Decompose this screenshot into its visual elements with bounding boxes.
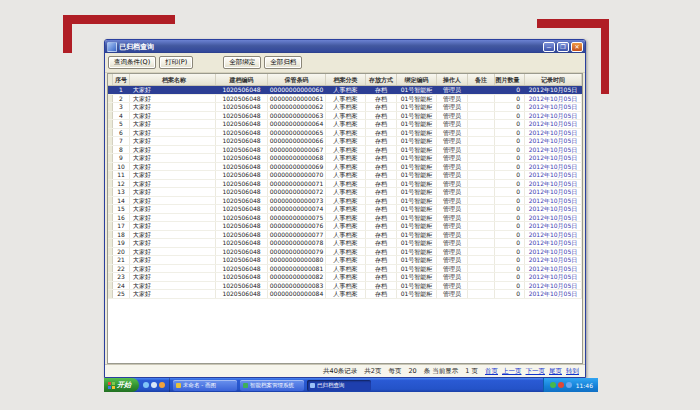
table-row[interactable]: 20大家好102050604800000000000079人事档案存档01号智能… (108, 248, 582, 257)
table-cell: 00000000000070 (268, 171, 326, 179)
table-cell: 大家好 (130, 112, 216, 120)
column-header[interactable]: 操作人 (437, 74, 468, 85)
table-row[interactable]: 17大家好102050604800000000000076人事档案存档01号智能… (108, 222, 582, 231)
table-cell: 人事档案 (326, 120, 366, 128)
table-row[interactable]: 22大家好102050604800000000000081人事档案存档01号智能… (108, 265, 582, 274)
pagination-link[interactable]: 首页 (485, 367, 498, 376)
table-cell: 2012年10月05日 (525, 231, 582, 239)
show-desktop-icon[interactable] (151, 382, 157, 388)
table-cell: 00000000000079 (268, 248, 326, 256)
column-header[interactable]: 档案分类 (326, 74, 366, 85)
table-cell: 存档 (366, 231, 397, 239)
table-row[interactable]: 24大家好102050604800000000000083人事档案存档01号智能… (108, 282, 582, 291)
table-cell: 1020506048 (216, 290, 268, 298)
table-cell: 01号智能柜 (397, 112, 437, 120)
table-row[interactable]: 10大家好102050604800000000000069人事档案存档01号智能… (108, 163, 582, 172)
message-alert-icon[interactable] (558, 382, 564, 388)
table-row[interactable]: 16大家好102050604800000000000075人事档案存档01号智能… (108, 214, 582, 223)
table-cell: 存档 (366, 137, 397, 145)
column-header[interactable]: 档案名称 (130, 74, 216, 85)
column-header[interactable]: 建档编码 (216, 74, 268, 85)
column-header[interactable]: 保管条码 (268, 74, 326, 85)
table-cell: 管理员 (437, 222, 468, 230)
pagination-link[interactable]: 转到 (566, 367, 579, 376)
table-row[interactable]: 8大家好102050604800000000000067人事档案存档01号智能柜… (108, 146, 582, 155)
toolbar-button[interactable]: 全部归档 (264, 56, 302, 69)
table-cell: 大家好 (130, 239, 216, 247)
toolbar-button[interactable]: 全部绑定 (223, 56, 261, 69)
minimize-button[interactable]: ─ (543, 42, 555, 52)
table-cell (468, 248, 495, 256)
column-header[interactable]: 存放方式 (366, 74, 397, 85)
table-cell (468, 146, 495, 154)
table-cell: 大家好 (130, 86, 216, 94)
table-cell: 1020506048 (216, 205, 268, 213)
table-cell: 管理员 (437, 239, 468, 247)
table-cell: 大家好 (130, 154, 216, 162)
taskbar-task-button[interactable]: 智能档案管理系统 (240, 380, 304, 391)
toolbar-button[interactable]: 打印(P) (159, 56, 193, 69)
clock[interactable]: 11:46 (576, 382, 593, 389)
table-cell: 0 (495, 137, 525, 145)
table-row[interactable]: 2大家好102050604800000000000061人事档案存档01号智能柜… (108, 95, 582, 104)
taskbar-task-button[interactable]: 未命名 - 画图 (173, 380, 237, 391)
table-cell: 00000000000073 (268, 197, 326, 205)
per-page-value[interactable]: 20 (408, 367, 416, 375)
network-status-icon[interactable] (566, 382, 572, 388)
table-row[interactable]: 6大家好102050604800000000000065人事档案存档01号智能柜… (108, 129, 582, 138)
table-cell: 2012年10月05日 (525, 129, 582, 137)
table-row[interactable]: 1大家好102050604800000000000060人事档案存档01号智能柜… (108, 86, 582, 95)
pagination-link[interactable]: 下一页 (526, 367, 546, 376)
table-row[interactable]: 19大家好102050604800000000000078人事档案存档01号智能… (108, 239, 582, 248)
table-cell: 人事档案 (326, 265, 366, 273)
close-button[interactable]: ✕ (571, 42, 583, 52)
table-row[interactable]: 14大家好102050604800000000000073人事档案存档01号智能… (108, 197, 582, 206)
table-row[interactable]: 18大家好102050604800000000000077人事档案存档01号智能… (108, 231, 582, 240)
table-row[interactable]: 7大家好102050604800000000000066人事档案存档01号智能柜… (108, 137, 582, 146)
table-cell: 存档 (366, 239, 397, 247)
app-icon (107, 42, 117, 52)
antivirus-shield-icon[interactable] (550, 382, 556, 388)
table-cell: 人事档案 (326, 205, 366, 213)
table-cell: 2012年10月05日 (525, 112, 582, 120)
table-cell (468, 154, 495, 162)
toolbar-group-right: 全部绑定全部归档 (223, 56, 302, 69)
table-body: 1大家好102050604800000000000060人事档案存档01号智能柜… (108, 86, 582, 363)
column-header[interactable]: 绑定编码 (397, 74, 437, 85)
table-row[interactable]: 25大家好102050604800000000000084人事档案存档01号智能… (108, 290, 582, 299)
task-label: 已归档查询 (317, 382, 345, 389)
table-cell: 大家好 (130, 282, 216, 290)
column-header[interactable]: 序号 (113, 74, 130, 85)
pagination-link[interactable]: 尾页 (549, 367, 562, 376)
table-row[interactable]: 3大家好102050604800000000000062人事档案存档01号智能柜… (108, 103, 582, 112)
corner-bracket-top-right-arm (601, 19, 609, 94)
table-cell: 00000000000072 (268, 188, 326, 196)
table-row[interactable]: 5大家好102050604800000000000064人事档案存档01号智能柜… (108, 120, 582, 129)
table-row[interactable]: 11大家好102050604800000000000070人事档案存档01号智能… (108, 171, 582, 180)
column-header[interactable]: 备注 (468, 74, 495, 85)
table-cell: 管理员 (437, 95, 468, 103)
table-row[interactable]: 15大家好102050604800000000000074人事档案存档01号智能… (108, 205, 582, 214)
taskbar-task-button[interactable]: 已归档查询 (307, 380, 371, 391)
titlebar[interactable]: 已归档查询 ─ ❐ ✕ (105, 40, 585, 53)
table-row[interactable]: 21大家好102050604800000000000080人事档案存档01号智能… (108, 256, 582, 265)
table-cell: 01号智能柜 (397, 171, 437, 179)
screenshot-region: 已归档查询 ─ ❐ ✕ 查询条件(Q)打印(P) 全部绑定全部归档 序号档案名称… (104, 39, 598, 392)
media-player-icon[interactable] (159, 382, 165, 388)
table-cell: 2012年10月05日 (525, 146, 582, 154)
internet-explorer-icon[interactable] (143, 382, 149, 388)
table-row[interactable]: 23大家好102050604800000000000082人事档案存档01号智能… (108, 273, 582, 282)
maximize-button[interactable]: ❐ (557, 42, 569, 52)
toolbar-button[interactable]: 查询条件(Q) (108, 56, 156, 69)
column-header[interactable]: 图片数量 (495, 74, 525, 85)
column-header[interactable]: 记录时间 (525, 74, 582, 85)
app-window: 已归档查询 ─ ❐ ✕ 查询条件(Q)打印(P) 全部绑定全部归档 序号档案名称… (104, 39, 586, 378)
table-cell: 0 (495, 154, 525, 162)
table-row[interactable]: 12大家好102050604800000000000071人事档案存档01号智能… (108, 180, 582, 189)
table-row[interactable]: 9大家好102050604800000000000068人事档案存档01号智能柜… (108, 154, 582, 163)
table-row[interactable]: 13大家好102050604800000000000072人事档案存档01号智能… (108, 188, 582, 197)
table-cell: 管理员 (437, 205, 468, 213)
pagination-link[interactable]: 上一页 (502, 367, 522, 376)
start-button[interactable]: 开始 (104, 378, 139, 392)
table-row[interactable]: 4大家好102050604800000000000063人事档案存档01号智能柜… (108, 112, 582, 121)
